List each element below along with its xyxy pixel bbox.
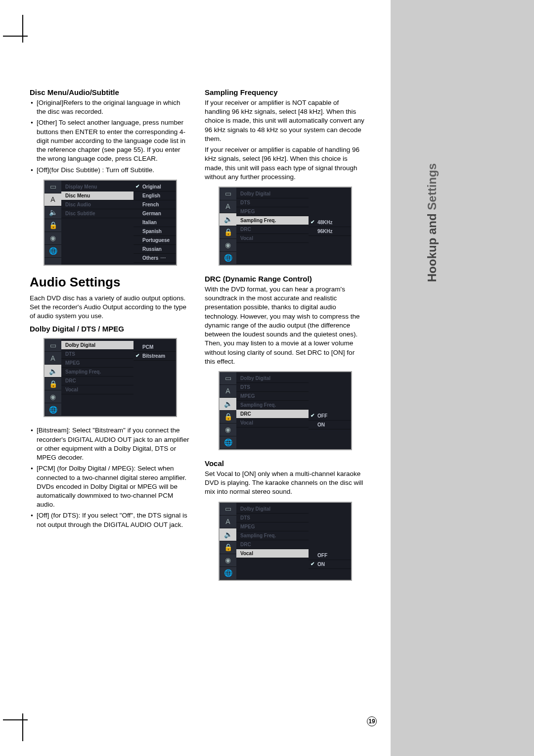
osd-menu-item[interactable]: DRC: [236, 410, 309, 419]
osd-tab-icon[interactable]: A: [44, 352, 61, 365]
disc-icon: ◉: [225, 241, 231, 248]
osd-menu-item[interactable]: Disc Audio: [61, 200, 134, 209]
osd-tab-icon[interactable]: 🌐: [44, 245, 61, 258]
osd-tab-icon[interactable]: ◉: [220, 424, 236, 436]
osd-tab-icon[interactable]: 🔈: [44, 206, 61, 219]
osd-option[interactable]: Portuguese: [134, 236, 176, 245]
lock-icon: 🔒: [224, 413, 232, 420]
osd-menu-item[interactable]: Disc Menu: [61, 191, 134, 200]
osd-menu-item[interactable]: Dolby Digital: [236, 189, 309, 198]
side-tab-label: Hookup and Settings: [425, 163, 439, 282]
osd-option[interactable]: 48KHz: [309, 218, 351, 227]
osd-menu-item[interactable]: Dolby Digital: [236, 505, 309, 514]
list-item: [Off] (for DTS): If you select "Off", th…: [30, 511, 191, 529]
osd-option[interactable]: 96KHz: [309, 227, 351, 236]
osd-menu-item[interactable]: MPEG: [236, 392, 309, 401]
osd-tab-icon[interactable]: 🌐: [220, 436, 236, 449]
osd-tab-icon[interactable]: ▭: [220, 372, 236, 385]
osd-tab-icon[interactable]: A: [220, 200, 236, 213]
paragraph-drc: With the DVD format, you can hear a prog…: [205, 285, 366, 366]
osd-tab-icon[interactable]: ▭: [220, 188, 236, 200]
osd-menu-item[interactable]: MPEG: [236, 522, 309, 531]
osd-option[interactable]: English: [134, 191, 176, 200]
osd-menu-item[interactable]: DTS: [236, 198, 309, 207]
spk-icon: 🔈: [224, 531, 232, 538]
osd-tab-icon[interactable]: ▭: [44, 181, 61, 193]
osd-menu-item[interactable]: DRC: [236, 540, 309, 549]
osd-tab-icon[interactable]: 🔒: [220, 411, 236, 424]
osd-tab-icon[interactable]: ◉: [220, 239, 236, 252]
osd-menu-item[interactable]: Sampling Freq.: [236, 531, 309, 540]
osd-option[interactable]: Others: [134, 254, 176, 263]
osd-option[interactable]: Bitstream: [134, 352, 176, 361]
osd-menu-item[interactable]: MPEG: [61, 359, 134, 368]
osd-menu-item[interactable]: Dolby Digital: [61, 341, 134, 350]
spk-icon: 🔈: [224, 400, 232, 407]
disc-icon: ◉: [50, 235, 56, 241]
spk-icon: 🔈: [49, 368, 57, 375]
osd-menu-item[interactable]: Sampling Freq.: [61, 368, 134, 377]
osd-option[interactable]: German: [134, 209, 176, 218]
tv-icon: ▭: [50, 183, 56, 190]
osd-menu-item[interactable]: MPEG: [236, 207, 309, 216]
osd-tab-icon[interactable]: ▭: [44, 339, 61, 352]
heading-drc: DRC (Dynamic Range Control): [205, 275, 366, 283]
osd-option[interactable]: ON: [309, 421, 351, 429]
net-icon: 🌐: [49, 247, 57, 254]
osd-tab-icon[interactable]: 🔒: [44, 219, 61, 232]
osd-menu-item[interactable]: Display Menu: [61, 183, 134, 191]
osd-option[interactable]: French: [134, 200, 176, 209]
osd-menu-item[interactable]: DRC: [236, 225, 309, 234]
osd-tab-icon[interactable]: 🌐: [44, 403, 61, 416]
osd-menu-item[interactable]: Vocal: [236, 234, 309, 243]
osd-option[interactable]: Spanish: [134, 227, 176, 236]
osd-menu-item[interactable]: DTS: [236, 514, 309, 522]
osd-menu-item[interactable]: Sampling Freq.: [236, 401, 309, 410]
osd-menu-item[interactable]: Vocal: [236, 419, 309, 427]
heading-dolby: Dolby Digital / DTS / MPEG: [30, 325, 191, 333]
osd-tab-icon[interactable]: ▭: [220, 503, 236, 516]
osd-menu-item[interactable]: Vocal: [236, 549, 309, 558]
osd-tab-icon[interactable]: 🔈: [220, 528, 236, 541]
osd-tab-icon[interactable]: 🔈: [44, 365, 61, 378]
osd-option[interactable]: PCM: [134, 343, 176, 352]
osd-tab-icon[interactable]: ◉: [44, 390, 61, 403]
osd-tab-icon[interactable]: ◉: [44, 232, 61, 245]
osd-menu-item[interactable]: DTS: [236, 383, 309, 392]
osd-menu-item[interactable]: DTS: [61, 350, 134, 359]
list-item: [Other] To select another language, pres…: [30, 118, 191, 163]
page-number: 19: [367, 716, 377, 726]
osd-menu-item[interactable]: Vocal: [61, 385, 134, 394]
osd-option[interactable]: Original: [134, 183, 176, 191]
disc-icon: ◉: [50, 393, 56, 400]
bullets-disc-menu: [Original]Refers to the original languag…: [30, 98, 191, 175]
osd-tab-icon[interactable]: A: [220, 385, 236, 398]
lock-icon: 🔒: [49, 222, 57, 229]
osd-tab-icon[interactable]: 🔈: [220, 398, 236, 411]
osd-tab-icon[interactable]: 🔒: [220, 541, 236, 554]
osd-menu-item[interactable]: DRC: [61, 377, 134, 385]
osd-tab-icon[interactable]: 🌐: [220, 252, 236, 265]
osd-tab-icon[interactable]: A: [44, 193, 61, 206]
osd-menu-item[interactable]: Dolby Digital: [236, 374, 309, 383]
osd-option[interactable]: OFF: [309, 551, 351, 560]
heading-sampling: Sampling Frequency: [205, 88, 366, 96]
right-column: Sampling Frequency If your receiver or a…: [205, 84, 366, 590]
osd-tab-icon[interactable]: 🌐: [220, 567, 236, 580]
osd-option[interactable]: Italian: [134, 218, 176, 227]
bullets-dolby: [Bitstream]: Select "Bitstream" if you c…: [30, 426, 191, 529]
lock-icon: 🔒: [49, 380, 57, 387]
osd-option[interactable]: ON: [309, 560, 351, 569]
osd-tab-icon[interactable]: 🔒: [220, 226, 236, 239]
osd-menu-item[interactable]: Disc Subtitle: [61, 209, 134, 218]
tv-icon: ▭: [50, 342, 56, 349]
osd-option[interactable]: Russian: [134, 245, 176, 254]
osd-option[interactable]: OFF: [309, 412, 351, 421]
osd-tab-icon[interactable]: ◉: [220, 554, 236, 567]
osd-tab-icon[interactable]: 🔒: [44, 378, 61, 390]
A-icon: A: [225, 203, 230, 210]
osd-tab-icon[interactable]: A: [220, 516, 236, 528]
crop-mark: [3, 719, 28, 720]
osd-tab-icon[interactable]: 🔈: [220, 213, 236, 226]
osd-menu-item[interactable]: Sampling Freq.: [236, 216, 309, 225]
